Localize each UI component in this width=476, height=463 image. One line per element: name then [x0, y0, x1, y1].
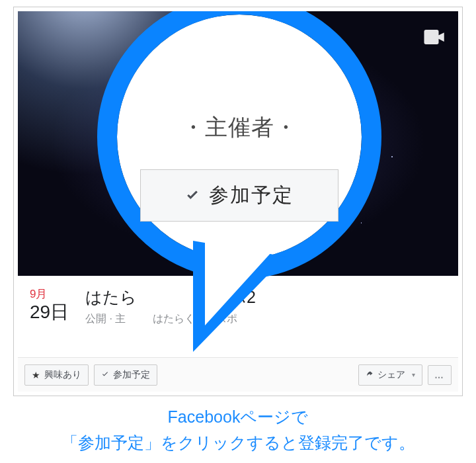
event-month: 9月	[30, 286, 69, 302]
event-info-bar: 9月 29日 はたら ＿＿＿＿ スポ2 公開 · 主 ＿＿ はたらくエキスポ	[18, 276, 458, 335]
event-date: 9月 29日	[30, 286, 69, 321]
check-icon	[185, 189, 200, 203]
more-button[interactable]: …	[428, 365, 452, 385]
instruction-caption: Facebookページで 「参加予定」をクリックすると登録完了です。	[0, 404, 476, 456]
interested-label: 興味あり	[44, 369, 81, 381]
interested-button[interactable]: ★ 興味あり	[24, 364, 89, 386]
facebook-event-card: 9月 29日 はたら ＿＿＿＿ スポ2 公開 · 主 ＿＿ はたらくエキスポ ★	[18, 11, 458, 392]
check-icon	[101, 370, 109, 380]
caption-line1: Facebookページで	[0, 404, 476, 430]
magnified-going-button[interactable]: 参加予定	[140, 169, 338, 222]
star-icon: ★	[32, 370, 40, 380]
event-subtitle: 公開 · 主 ＿＿ はたらくエキスポ	[85, 312, 256, 326]
magnifier-header: ・主催者・	[130, 112, 348, 143]
video-icon	[424, 30, 446, 44]
more-label: …	[434, 370, 445, 380]
screenshot-frame: 9月 29日 はたら ＿＿＿＿ スポ2 公開 · 主 ＿＿ はたらくエキスポ ★	[13, 7, 463, 396]
event-title: はたら ＿＿＿＿ スポ2	[85, 286, 256, 308]
going-button[interactable]: 参加予定	[94, 364, 157, 386]
event-day: 29日	[30, 303, 69, 321]
event-action-bar: ★ 興味あり 参加予定 シェア …	[18, 357, 458, 392]
share-label: シェア	[377, 369, 405, 381]
caption-line2: 「参加予定」をクリックすると登録完了です。	[0, 430, 476, 456]
event-title-block: はたら ＿＿＿＿ スポ2 公開 · 主 ＿＿ はたらくエキスポ	[85, 286, 256, 326]
share-icon	[366, 370, 374, 380]
magnified-going-label: 参加予定	[209, 182, 294, 209]
share-button[interactable]: シェア	[358, 364, 422, 386]
going-label: 参加予定	[113, 369, 150, 381]
